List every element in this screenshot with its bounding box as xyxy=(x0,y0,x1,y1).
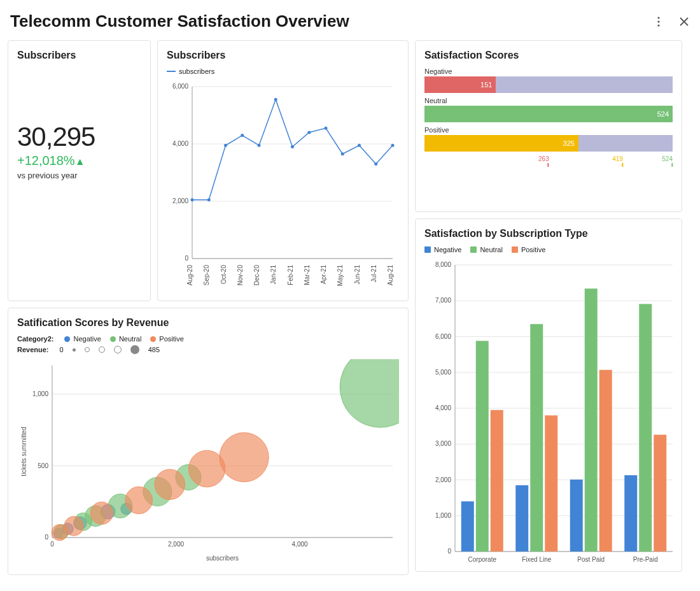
up-arrow-icon: ▲ xyxy=(75,156,85,167)
svg-point-34 xyxy=(325,127,328,130)
hbar-track: 151 xyxy=(424,76,673,93)
size-dot-icon xyxy=(130,345,139,354)
svg-point-30 xyxy=(258,144,261,147)
dashboard: Telecomm Customer Satisfaction Overview … xyxy=(0,0,700,583)
svg-text:Aug-21: Aug-21 xyxy=(387,265,394,286)
bubble-size-legend: Revenue: 0 485 xyxy=(17,345,399,354)
svg-text:Mar-21: Mar-21 xyxy=(304,265,311,285)
svg-text:Post Paid: Post Paid xyxy=(577,556,605,563)
satisfaction-bars-card: Satisfaction Scores Negative151Neutral52… xyxy=(415,40,682,212)
bubble-chart-card: Satification Scores by Revenue Category2… xyxy=(8,308,409,575)
svg-point-63 xyxy=(340,359,399,427)
svg-rect-105 xyxy=(654,435,666,552)
svg-point-26 xyxy=(191,198,194,201)
hbar-axis-tick: 419 xyxy=(612,155,623,167)
grouped-bar-card: Satisfaction by Subscription Type Negati… xyxy=(415,218,682,572)
legend-item-positive: Positive xyxy=(150,335,184,343)
svg-text:6,000: 6,000 xyxy=(435,333,451,340)
svg-text:0: 0 xyxy=(185,255,188,262)
hbar-track: 325 xyxy=(424,135,673,152)
legend-swatch-icon xyxy=(167,71,176,72)
svg-rect-91 xyxy=(461,501,474,552)
svg-text:2,000: 2,000 xyxy=(168,541,184,548)
svg-text:subscribers: subscribers xyxy=(206,555,239,562)
bubble-size-min: 0 xyxy=(60,346,64,353)
svg-text:8,000: 8,000 xyxy=(435,261,451,268)
svg-text:500: 500 xyxy=(38,462,48,469)
svg-point-35 xyxy=(341,152,344,155)
svg-text:6,000: 6,000 xyxy=(172,83,188,90)
size-dot-icon xyxy=(85,347,90,352)
svg-point-68 xyxy=(155,469,185,500)
svg-point-33 xyxy=(307,131,311,134)
header-actions xyxy=(653,16,690,27)
legend-label: Positive xyxy=(521,246,546,253)
svg-rect-101 xyxy=(599,370,612,552)
legend-label: Positive xyxy=(159,335,184,343)
hbar-fill: 524 xyxy=(424,106,673,122)
close-icon[interactable] xyxy=(678,16,690,27)
kpi-title: Subscribers xyxy=(17,50,141,61)
svg-text:0: 0 xyxy=(447,548,451,555)
more-icon[interactable] xyxy=(653,16,664,27)
legend-dot-icon xyxy=(150,336,156,342)
hbar-fill: 151 xyxy=(424,76,496,93)
svg-text:4,000: 4,000 xyxy=(292,541,308,548)
size-dot-icon xyxy=(73,348,76,352)
svg-rect-100 xyxy=(585,288,598,552)
svg-text:Jun-21: Jun-21 xyxy=(354,265,361,285)
svg-text:2,000: 2,000 xyxy=(172,197,188,204)
legend-dot-icon xyxy=(110,336,116,342)
bubble-legend-title: Category2: xyxy=(17,335,53,343)
bubble-category-legend: Category2: Negative Neutral Positive xyxy=(17,335,399,343)
hbar-fill: 325 xyxy=(424,135,578,152)
legend-label: Negative xyxy=(434,246,461,253)
kpi-change: +12,018%▲ xyxy=(17,153,141,168)
hbar-axis: 263419524 xyxy=(424,155,673,168)
svg-point-32 xyxy=(291,145,294,148)
svg-point-36 xyxy=(358,144,361,147)
hbar-axis-tick: 524 xyxy=(662,155,673,167)
hbar-label: Neutral xyxy=(424,97,673,104)
svg-text:Aug-20: Aug-20 xyxy=(186,265,193,286)
satisfaction-bars-title: Satisfaction Scores xyxy=(424,50,673,61)
legend-item-negative: Negative xyxy=(64,335,101,343)
satisfaction-bars: Negative151Neutral524Positive32526341952… xyxy=(424,68,673,168)
svg-rect-93 xyxy=(491,410,503,552)
line-chart-card: Subscribers subscribers 02,0004,0006,000… xyxy=(157,40,409,301)
line-chart: 02,0004,0006,000Aug-20Sep-20Oct-20Nov-20… xyxy=(167,80,399,297)
hbar-label: Negative xyxy=(424,68,673,75)
svg-rect-99 xyxy=(570,480,583,552)
kpi-sublabel: vs previous year xyxy=(17,171,141,180)
svg-text:Dec-20: Dec-20 xyxy=(253,265,260,286)
svg-point-37 xyxy=(374,162,377,166)
legend-label: Neutral xyxy=(119,335,141,343)
svg-text:Pre-Paid: Pre-Paid xyxy=(633,556,658,563)
grouped-bar-legend: Negative Neutral Positive xyxy=(424,246,673,253)
svg-point-38 xyxy=(391,144,395,147)
kpi-value: 30,295 xyxy=(17,122,141,152)
legend-dot-icon xyxy=(64,336,70,342)
svg-text:Corporate: Corporate xyxy=(468,556,497,563)
svg-text:Sep-20: Sep-20 xyxy=(203,265,210,286)
bubble-size-title: Revenue: xyxy=(17,346,49,353)
svg-text:May-21: May-21 xyxy=(337,265,344,287)
svg-point-1 xyxy=(657,20,659,22)
svg-text:0: 0 xyxy=(50,541,54,548)
svg-text:5,000: 5,000 xyxy=(435,369,451,376)
svg-rect-96 xyxy=(530,324,543,552)
bubble-chart-title: Satification Scores by Revenue xyxy=(17,317,399,329)
grouped-bar-title: Satisfaction by Subscription Type xyxy=(424,228,673,239)
svg-text:3,000: 3,000 xyxy=(435,440,451,447)
svg-text:Fixed Line: Fixed Line xyxy=(522,556,552,563)
svg-point-31 xyxy=(274,98,277,101)
dashboard-grid: Subscribers 30,295 +12,018%▲ vs previous… xyxy=(8,40,692,575)
page-title: Telecomm Customer Satisfaction Overview xyxy=(10,11,349,31)
svg-text:2,000: 2,000 xyxy=(435,476,451,483)
legend-item-neutral: Neutral xyxy=(110,335,141,343)
svg-text:4,000: 4,000 xyxy=(172,140,188,147)
svg-text:0: 0 xyxy=(45,534,48,541)
hbar-axis-tick: 263 xyxy=(538,155,549,167)
svg-point-29 xyxy=(241,134,244,137)
svg-rect-92 xyxy=(476,341,489,552)
